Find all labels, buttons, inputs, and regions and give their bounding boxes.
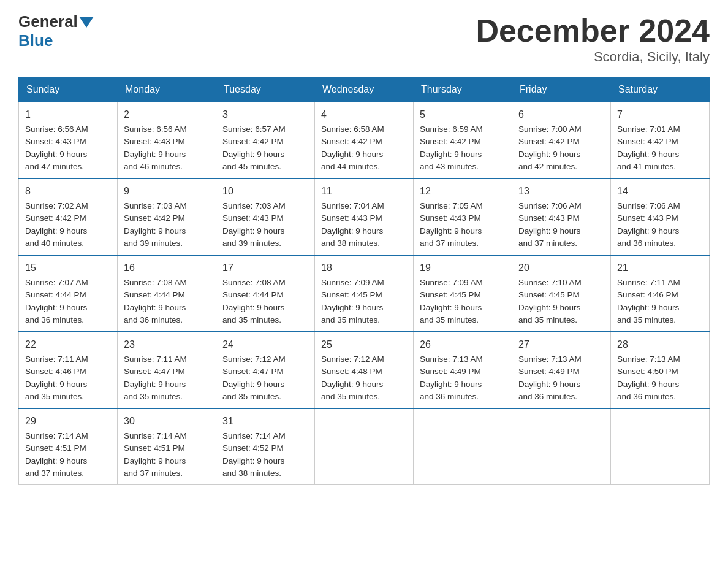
sunset-text: Sunset: 4:46 PM <box>25 366 111 378</box>
daylight-minutes-text: and 41 minutes. <box>617 161 703 173</box>
daylight-minutes-text: and 36 minutes. <box>25 314 111 326</box>
calendar-day-22: 22Sunrise: 7:11 AMSunset: 4:46 PMDayligh… <box>19 332 118 408</box>
daylight-minutes-text: and 38 minutes. <box>321 237 407 250</box>
calendar-day-5: 5Sunrise: 6:59 AMSunset: 4:42 PMDaylight… <box>414 102 512 178</box>
daylight-text: Daylight: 9 hours <box>518 148 604 161</box>
daylight-minutes-text: and 35 minutes. <box>321 391 407 403</box>
calendar-day-2: 2Sunrise: 6:56 AMSunset: 4:43 PMDaylight… <box>118 102 216 178</box>
daylight-text: Daylight: 9 hours <box>25 148 111 161</box>
day-number: 31 <box>222 414 308 429</box>
calendar-day-24: 24Sunrise: 7:12 AMSunset: 4:47 PMDayligh… <box>216 332 315 408</box>
sunrise-text: Sunrise: 7:05 AM <box>420 200 506 212</box>
calendar-day-11: 11Sunrise: 7:04 AMSunset: 4:43 PMDayligh… <box>315 178 414 255</box>
empty-cell <box>512 408 611 485</box>
daylight-minutes-text: and 36 minutes. <box>617 391 703 403</box>
sunset-text: Sunset: 4:42 PM <box>222 136 308 148</box>
daylight-text: Daylight: 9 hours <box>222 148 308 161</box>
day-number: 21 <box>617 261 703 275</box>
daylight-minutes-text: and 42 minutes. <box>518 161 604 173</box>
sunset-text: Sunset: 4:45 PM <box>321 289 407 301</box>
daylight-text: Daylight: 9 hours <box>617 378 703 391</box>
sunset-text: Sunset: 4:44 PM <box>25 289 111 301</box>
col-header-friday: Friday <box>512 78 611 102</box>
daylight-text: Daylight: 9 hours <box>25 302 111 314</box>
sunrise-text: Sunrise: 7:02 AM <box>25 200 111 212</box>
day-number: 15 <box>25 261 111 275</box>
day-number: 26 <box>420 337 506 352</box>
day-number: 22 <box>25 337 111 352</box>
sunrise-text: Sunrise: 6:56 AM <box>25 123 111 136</box>
location: Scordia, Sicily, Italy <box>476 49 710 65</box>
day-number: 24 <box>222 337 308 352</box>
daylight-minutes-text: and 35 minutes. <box>222 391 308 403</box>
day-number: 9 <box>124 184 210 199</box>
sunrise-text: Sunrise: 7:13 AM <box>518 353 604 366</box>
day-number: 13 <box>518 184 604 199</box>
sunset-text: Sunset: 4:42 PM <box>420 136 506 148</box>
sunset-text: Sunset: 4:50 PM <box>617 366 703 378</box>
daylight-minutes-text: and 35 minutes. <box>124 391 210 403</box>
sunrise-text: Sunrise: 7:13 AM <box>420 353 506 366</box>
daylight-minutes-text: and 46 minutes. <box>124 161 210 173</box>
sunrise-text: Sunrise: 7:09 AM <box>420 277 506 289</box>
calendar-day-21: 21Sunrise: 7:11 AMSunset: 4:46 PMDayligh… <box>611 255 710 332</box>
day-number: 10 <box>222 184 308 199</box>
sunset-text: Sunset: 4:43 PM <box>25 136 111 148</box>
daylight-minutes-text: and 43 minutes. <box>420 161 506 173</box>
daylight-text: Daylight: 9 hours <box>518 225 604 237</box>
calendar-day-30: 30Sunrise: 7:14 AMSunset: 4:51 PMDayligh… <box>118 408 216 485</box>
daylight-text: Daylight: 9 hours <box>124 378 210 391</box>
title-section: December 2024 Scordia, Sicily, Italy <box>476 12 710 65</box>
day-number: 29 <box>25 414 111 429</box>
calendar-week-3: 15Sunrise: 7:07 AMSunset: 4:44 PMDayligh… <box>19 255 710 332</box>
calendar-day-20: 20Sunrise: 7:10 AMSunset: 4:45 PMDayligh… <box>512 255 611 332</box>
sunrise-text: Sunrise: 7:03 AM <box>124 200 210 212</box>
calendar-header-row: SundayMondayTuesdayWednesdayThursdayFrid… <box>19 78 710 102</box>
day-number: 11 <box>321 184 407 199</box>
daylight-text: Daylight: 9 hours <box>124 302 210 314</box>
daylight-text: Daylight: 9 hours <box>321 302 407 314</box>
calendar-day-3: 3Sunrise: 6:57 AMSunset: 4:42 PMDaylight… <box>216 102 315 178</box>
daylight-minutes-text: and 35 minutes. <box>25 391 111 403</box>
sunset-text: Sunset: 4:44 PM <box>222 289 308 301</box>
daylight-minutes-text: and 45 minutes. <box>222 161 308 173</box>
daylight-minutes-text: and 36 minutes. <box>420 391 506 403</box>
calendar-day-12: 12Sunrise: 7:05 AMSunset: 4:43 PMDayligh… <box>414 178 512 255</box>
sunrise-text: Sunrise: 7:04 AM <box>321 200 407 212</box>
sunset-text: Sunset: 4:42 PM <box>25 212 111 224</box>
sunset-text: Sunset: 4:43 PM <box>518 212 604 224</box>
calendar-day-17: 17Sunrise: 7:08 AMSunset: 4:44 PMDayligh… <box>216 255 315 332</box>
sunset-text: Sunset: 4:43 PM <box>321 212 407 224</box>
daylight-minutes-text: and 36 minutes. <box>124 314 210 326</box>
sunrise-text: Sunrise: 6:56 AM <box>124 123 210 136</box>
daylight-minutes-text: and 40 minutes. <box>25 237 111 250</box>
daylight-text: Daylight: 9 hours <box>222 225 308 237</box>
daylight-text: Daylight: 9 hours <box>420 378 506 391</box>
day-number: 5 <box>420 107 506 122</box>
month-title: December 2024 <box>476 12 710 49</box>
sunset-text: Sunset: 4:43 PM <box>617 212 703 224</box>
day-number: 14 <box>617 184 703 199</box>
sunset-text: Sunset: 4:48 PM <box>321 366 407 378</box>
sunset-text: Sunset: 4:42 PM <box>321 136 407 148</box>
day-number: 4 <box>321 107 407 122</box>
col-header-sunday: Sunday <box>19 78 118 102</box>
day-number: 17 <box>222 261 308 275</box>
daylight-text: Daylight: 9 hours <box>518 378 604 391</box>
sunrise-text: Sunrise: 7:12 AM <box>321 353 407 366</box>
sunset-text: Sunset: 4:47 PM <box>222 366 308 378</box>
sunrise-text: Sunrise: 6:58 AM <box>321 123 407 136</box>
sunset-text: Sunset: 4:43 PM <box>420 212 506 224</box>
daylight-text: Daylight: 9 hours <box>420 148 506 161</box>
daylight-minutes-text: and 44 minutes. <box>321 161 407 173</box>
daylight-text: Daylight: 9 hours <box>222 302 308 314</box>
daylight-text: Daylight: 9 hours <box>124 225 210 237</box>
sunrise-text: Sunrise: 7:10 AM <box>518 277 604 289</box>
sunset-text: Sunset: 4:51 PM <box>124 442 210 454</box>
day-number: 1 <box>25 107 111 122</box>
calendar-day-9: 9Sunrise: 7:03 AMSunset: 4:42 PMDaylight… <box>118 178 216 255</box>
page-header: General Blue December 2024 Scordia, Sici… <box>18 12 710 65</box>
logo: General Blue <box>18 12 95 50</box>
daylight-minutes-text: and 35 minutes. <box>222 314 308 326</box>
daylight-minutes-text: and 35 minutes. <box>617 314 703 326</box>
